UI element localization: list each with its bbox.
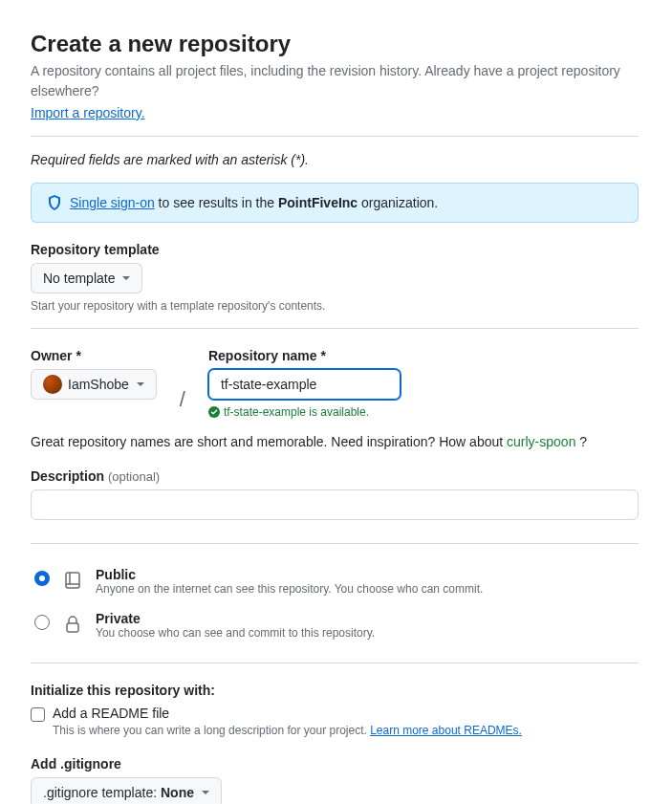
svg-rect-1	[66, 573, 79, 588]
sso-banner: Single sign-on to see results in the Poi…	[31, 183, 639, 223]
divider	[31, 136, 639, 137]
availability-message: tf-state-example is available.	[208, 405, 401, 419]
name-suggestion-link[interactable]: curly-spoon	[507, 434, 575, 449]
visibility-private-option[interactable]: Private You choose who can see and commi…	[31, 603, 639, 647]
template-label: Repository template	[31, 242, 639, 257]
import-repository-link[interactable]: Import a repository.	[31, 105, 145, 120]
readme-hint: This is where you can write a long descr…	[53, 724, 639, 737]
lock-icon	[61, 613, 84, 636]
template-dropdown[interactable]: No template	[31, 263, 142, 293]
chevron-down-icon	[122, 276, 130, 280]
owner-avatar	[43, 375, 62, 394]
template-hint: Start your repository with a template re…	[31, 299, 639, 313]
description-label: Description (optional)	[31, 468, 639, 484]
description-input[interactable]	[31, 489, 639, 520]
chevron-down-icon	[202, 791, 209, 794]
visibility-public-option[interactable]: Public Anyone on the internet can see th…	[31, 559, 639, 603]
check-circle-icon	[208, 406, 220, 418]
repo-name-label: Repository name *	[208, 348, 401, 363]
private-radio[interactable]	[34, 615, 50, 630]
sso-org-name: PointFiveInc	[278, 195, 358, 210]
repo-icon	[61, 569, 84, 592]
divider	[31, 328, 639, 329]
page-subhead: A repository contains all project files,…	[31, 61, 639, 101]
initialize-heading: Initialize this repository with:	[31, 683, 639, 698]
divider	[31, 663, 639, 663]
slash-separator: /	[180, 384, 185, 415]
svg-rect-4	[67, 623, 78, 632]
chevron-down-icon	[137, 382, 144, 386]
owner-label: Owner *	[31, 348, 157, 363]
name-suggestion-text: Great repository names are short and mem…	[31, 434, 639, 449]
readme-learn-more-link[interactable]: Learn more about READMEs.	[370, 724, 522, 737]
sso-link[interactable]: Single sign-on	[70, 195, 155, 210]
repo-name-input[interactable]	[208, 369, 401, 400]
page-title: Create a new repository	[31, 31, 639, 57]
gitignore-dropdown[interactable]: .gitignore template: None	[31, 777, 222, 804]
owner-dropdown[interactable]: IamShobe	[31, 369, 157, 400]
public-radio[interactable]	[34, 571, 50, 586]
required-fields-note: Required fields are marked with an aster…	[31, 152, 639, 167]
readme-label: Add a README file	[53, 706, 169, 721]
divider	[31, 543, 639, 544]
shield-icon	[47, 195, 62, 210]
readme-checkbox[interactable]	[31, 707, 45, 722]
gitignore-label: Add .gitignore	[31, 756, 639, 771]
